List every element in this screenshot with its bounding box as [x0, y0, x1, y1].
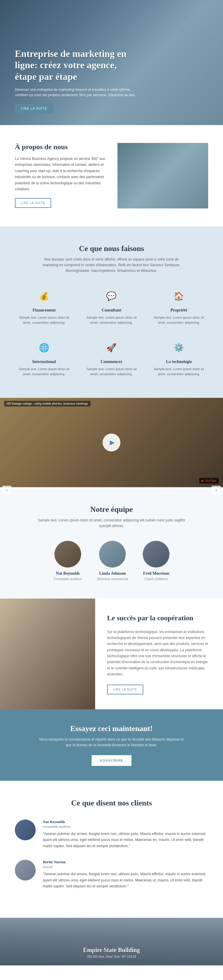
service-item-international: 🌐 International Sample text. Lorem ipsum…: [15, 337, 73, 380]
team-member-nat: Nat Reynolds Comptable-auditeur: [54, 541, 82, 581]
video-section: HD footage collage - using mobile phones…: [0, 398, 223, 487]
cooperation-cta-button[interactable]: LIRE LA SUITE: [107, 685, 143, 694]
member-fred-role: Coach d'affaires: [143, 577, 169, 581]
technology-desc: Sample text. Lorem ipsum dolor sit amet,…: [153, 367, 205, 377]
property-name: Propriété: [153, 308, 205, 313]
avatar-linda-img: [99, 541, 126, 568]
testimonials-title: Ce que disent nos clients: [15, 799, 208, 808]
international-desc: Sample text. Lorem ipsum dolor sit amet,…: [18, 367, 70, 377]
services-grid: 💰 Financement Sample text. Lorem ipsum d…: [15, 286, 208, 380]
service-item-financing: 💰 Financement Sample text. Lorem ipsum d…: [15, 286, 73, 328]
avatar-fred: [143, 541, 169, 568]
testimonial-nat-name: Nat Reynolds: [43, 819, 208, 824]
cooperation-section: ‹ › Le succès par la coopération Sur la …: [0, 598, 223, 709]
footer-address: 350 5th Ave, New York, NY 10118: [83, 955, 140, 958]
about-title: À propos de nous: [15, 143, 106, 151]
cta-section: Essayez ceci maintenant! Nous essayons l…: [0, 709, 223, 781]
avatar-fred-img: [143, 541, 169, 568]
services-title: Ce que nous faisons: [15, 244, 208, 253]
hero-title: Entreprise de marketing en ligne: créez …: [15, 48, 140, 82]
member-nat-name: Nat Reynolds: [54, 571, 82, 576]
testimonial-bertie-role: avocat: [43, 865, 208, 869]
youtube-badge: ▶ YouTube: [199, 478, 219, 484]
cooperation-image: [0, 598, 95, 709]
testimonial-avatar-bertie: [15, 860, 36, 881]
team-member-linda: Linda Johnson Directeur commercial: [97, 541, 128, 581]
cta-text: Nous essayons la connaissance et réparti…: [37, 737, 186, 748]
international-name: International: [18, 360, 70, 364]
start-icon: 🚀: [104, 340, 119, 355]
service-item-property: 🏠 Propriété Sample text. Lorem ipsum dol…: [150, 286, 208, 328]
member-fred-name: Fred Morrison: [143, 571, 169, 576]
about-cta-button[interactable]: LIRE LA SUITE: [15, 198, 51, 208]
play-icon: ▶: [110, 439, 115, 446]
testimonials-section: Ce que disent nos clients Nat Reynolds c…: [0, 781, 223, 918]
services-subtitle: Nos bureaux sont créés dans le verre aff…: [37, 257, 186, 274]
hero-subtitle: Devenez une entreprise de marketing beyo…: [15, 87, 140, 98]
cooperation-prev-arrow[interactable]: ‹: [2, 486, 11, 495]
play-button[interactable]: ▶: [103, 434, 120, 452]
financing-icon: 💰: [36, 289, 51, 304]
international-icon: 🌐: [36, 340, 51, 355]
cta-title: Essayez ceci maintenant!: [15, 724, 208, 733]
footer-building-title: Empire State Building: [83, 947, 140, 953]
cta-subscribe-button[interactable]: SOUSCRIRE: [92, 755, 132, 766]
service-item-start: 🚀 Commencez Sample text. Lorem ipsum dol…: [82, 337, 141, 380]
property-icon: 🏠: [172, 289, 187, 304]
team-member-fred: Fred Morrison Coach d'affaires: [143, 541, 169, 581]
testimonial-nat-role: comptable-auditeur: [43, 825, 208, 829]
testimonial-content-bertie: Bertie Norton avocat "Aenean pulvinar du…: [43, 860, 208, 889]
about-section: À propos de nous La Vienna Business Agen…: [0, 125, 223, 226]
consultant-desc: Sample text. Lorem ipsum dolor sit amet,…: [85, 315, 138, 326]
cooperation-next-arrow[interactable]: ›: [212, 486, 221, 495]
technology-name: La technologie: [153, 360, 205, 364]
consultant-icon: 💬: [104, 289, 119, 304]
about-text: La Vienna Business Agency propose un ser…: [15, 156, 106, 192]
start-name: Commencez: [85, 360, 138, 364]
footer-text-block: Empire State Building 350 5th Ave, New Y…: [83, 947, 140, 958]
team-section: Notre équipe Sample text. Lorem ipsum do…: [0, 487, 223, 598]
team-subtitle: Sample text. Lorem ipsum dolor sit amet,…: [37, 517, 186, 529]
about-left: À propos de nous La Vienna Business Agen…: [15, 143, 106, 208]
testimonial-bertie-text: "Aenean pulvinar dui ornare, feugiat lor…: [43, 871, 208, 889]
avatar-nat: [54, 541, 81, 568]
hero-cta-button[interactable]: LIRE LA SUITE: [15, 103, 53, 113]
footer-section: Empire State Building 350 5th Ave, New Y…: [0, 918, 223, 966]
cooperation-content: ‹ › Le succès par la coopération Sur la …: [95, 598, 223, 709]
services-section: Ce que nous faisons Nos bureaux sont cré…: [0, 226, 223, 398]
testimonial-content-nat: Nat Reynolds comptable-auditeur "Aenean …: [43, 819, 208, 849]
property-desc: Sample text. Lorem ipsum dolor sit amet,…: [153, 315, 205, 326]
testimonial-avatar-nat: [15, 819, 36, 840]
member-nat-role: Comptable-auditeur: [54, 577, 82, 581]
member-linda-role: Directeur commercial: [97, 577, 128, 581]
hero-section: Entreprise de marketing en ligne: créez …: [0, 0, 223, 125]
cooperation-title: Le succès par la coopération: [107, 613, 211, 623]
video-label: HD footage collage - using mobile phones…: [4, 401, 90, 406]
financing-name: Financement: [18, 308, 70, 313]
avatar-nat-img: [54, 541, 81, 568]
team-title: Notre équipe: [15, 505, 208, 514]
testimonial-nat: Nat Reynolds comptable-auditeur "Aenean …: [15, 819, 208, 849]
testimonial-nat-text: "Aenean pulvinar dui ornare, feugiat lor…: [43, 831, 208, 849]
technology-icon: ⚙️: [172, 340, 187, 355]
about-right: [117, 143, 208, 208]
youtube-icon: ▶: [202, 479, 205, 482]
testimonial-bertie: Bertie Norton avocat "Aenean pulvinar du…: [15, 860, 208, 889]
consultant-name: Consultant: [85, 308, 138, 313]
testimonial-bertie-name: Bertie Norton: [43, 860, 208, 864]
member-linda-name: Linda Johnson: [97, 571, 128, 576]
cooperation-text: Sur la plateforme technologique, les ent…: [107, 629, 211, 678]
cooperation-image-inner: [0, 598, 95, 709]
start-desc: Sample text. Lorem ipsum dolor sit amet,…: [85, 367, 138, 377]
financing-desc: Sample text. Lorem ipsum dolor sit amet,…: [18, 315, 70, 326]
footer-building-background: [0, 918, 223, 966]
about-image: [117, 143, 208, 208]
avatar-linda: [99, 541, 126, 568]
team-grid: Nat Reynolds Comptable-auditeur Linda Jo…: [15, 541, 208, 581]
hero-content: Entreprise de marketing en ligne: créez …: [15, 48, 140, 113]
service-item-technology: ⚙️ La technologie Sample text. Lorem ips…: [150, 337, 208, 380]
youtube-label: YouTube: [205, 479, 217, 482]
service-item-consultant: 💬 Consultant Sample text. Lorem ipsum do…: [82, 286, 141, 328]
